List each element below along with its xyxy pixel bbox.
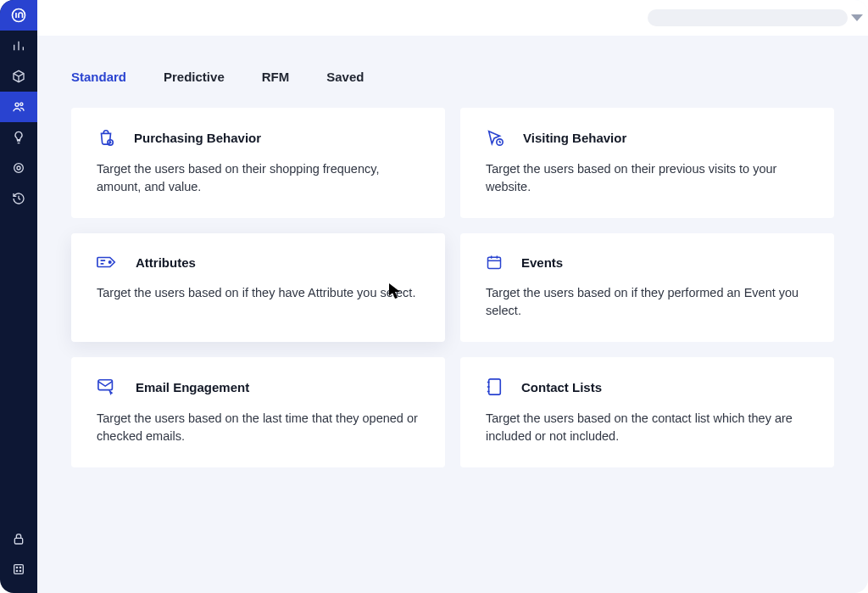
card-title: Events (521, 255, 563, 270)
lightbulb-icon (12, 131, 25, 144)
cube-icon (12, 70, 25, 83)
tab-bar: Standard Predictive RFM Saved (71, 70, 834, 108)
in-logo-icon (11, 8, 26, 23)
card-description: Target the users based on the last time … (97, 410, 420, 445)
card-contact-lists[interactable]: Contact Lists Target the users based on … (460, 357, 834, 467)
chevron-down-icon (851, 14, 863, 21)
svg-point-7 (16, 567, 17, 568)
content: Standard Predictive RFM Saved Purchasing… (37, 36, 868, 467)
card-attributes[interactable]: Attributes Target the users based on if … (71, 233, 445, 342)
card-header: Events (486, 254, 809, 271)
card-purchasing-behavior[interactable]: Purchasing Behavior Target the users bas… (71, 108, 445, 218)
lock-icon (12, 532, 25, 545)
svg-point-13 (108, 261, 110, 263)
nav-audiences[interactable] (0, 92, 37, 122)
svg-rect-15 (98, 380, 113, 390)
svg-point-8 (19, 567, 20, 568)
svg-rect-14 (488, 257, 501, 268)
users-icon (12, 100, 25, 114)
card-email-engagement[interactable]: Email Engagement Target the users based … (71, 357, 445, 467)
calendar-icon (486, 254, 503, 271)
svg-point-10 (19, 570, 20, 571)
card-description: Target the users based on if they perfor… (486, 284, 809, 320)
contact-list-icon (486, 378, 503, 396)
shopping-bag-icon (97, 128, 115, 147)
top-bar (37, 0, 868, 36)
nav-security[interactable] (0, 523, 37, 554)
svg-rect-6 (14, 565, 24, 574)
card-header: Visiting Behavior (486, 128, 809, 147)
tab-saved[interactable]: Saved (326, 70, 364, 84)
nav-items (0, 31, 37, 214)
card-title: Visiting Behavior (523, 131, 626, 145)
kite-clock-icon (486, 128, 504, 147)
nav-ideas[interactable] (0, 122, 37, 153)
card-title: Purchasing Behavior (134, 131, 261, 145)
svg-point-9 (16, 570, 17, 571)
nav-analytics[interactable] (0, 31, 37, 61)
card-header: Email Engagement (97, 378, 420, 396)
svg-point-3 (14, 164, 24, 173)
card-description: Target the users based on their shopping… (97, 160, 420, 196)
card-header: Purchasing Behavior (97, 128, 420, 147)
grid-icon (12, 562, 25, 576)
tab-label: Saved (326, 70, 364, 84)
card-title: Contact Lists (521, 380, 602, 394)
tab-label: RFM (262, 70, 290, 84)
svg-point-4 (17, 166, 20, 170)
svg-rect-16 (489, 379, 501, 394)
tab-standard[interactable]: Standard (71, 70, 126, 84)
card-header: Contact Lists (486, 378, 809, 396)
tab-predictive[interactable]: Predictive (164, 70, 225, 84)
svg-point-2 (20, 103, 23, 105)
card-title: Email Engagement (136, 380, 249, 394)
card-visiting-behavior[interactable]: Visiting Behavior Target the users based… (460, 108, 834, 218)
nav-bottom (0, 523, 37, 593)
target-icon (12, 161, 25, 175)
tag-icon (97, 254, 117, 271)
nav-targeting[interactable] (0, 153, 37, 183)
left-sidebar (0, 0, 37, 593)
card-description: Target the users based on if they have A… (97, 284, 420, 302)
nav-catalog[interactable] (0, 61, 37, 92)
workspace-selector[interactable] (648, 9, 848, 26)
nav-history[interactable] (0, 183, 37, 214)
bar-chart-icon (12, 39, 25, 53)
card-header: Attributes (97, 254, 420, 271)
tab-label: Standard (71, 70, 126, 84)
card-description: Target the users based on the contact li… (486, 410, 809, 445)
app-root: Standard Predictive RFM Saved Purchasing… (0, 0, 868, 593)
card-title: Attributes (136, 255, 196, 270)
card-grid: Purchasing Behavior Target the users bas… (71, 108, 834, 467)
app-logo[interactable] (0, 0, 37, 31)
tab-label: Predictive (164, 70, 225, 84)
history-icon (12, 192, 25, 205)
card-events[interactable]: Events Target the users based on if they… (460, 233, 834, 342)
email-click-icon (97, 378, 117, 396)
svg-point-1 (15, 103, 19, 106)
card-description: Target the users based on their previous… (486, 160, 809, 196)
tab-rfm[interactable]: RFM (262, 70, 290, 84)
main-area: Standard Predictive RFM Saved Purchasing… (37, 0, 868, 593)
svg-rect-5 (14, 538, 22, 544)
nav-apps[interactable] (0, 554, 37, 585)
